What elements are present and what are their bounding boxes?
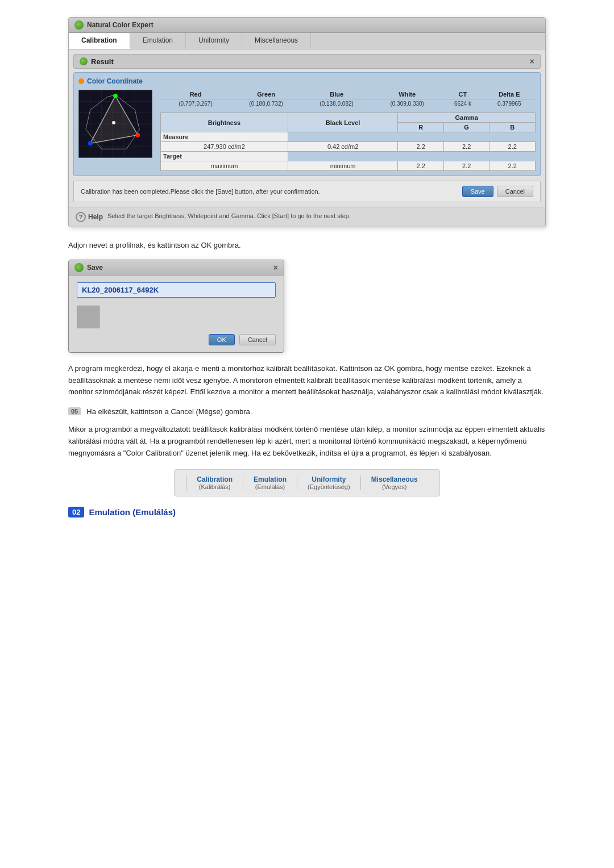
app-title: Natural Color Expert: [87, 21, 154, 29]
cie-diagram: [78, 90, 152, 158]
color-coord-label: Color Coordinate: [87, 77, 143, 85]
tab-emulation[interactable]: Emulation: [130, 33, 186, 49]
step-05-row: 05 Ha elkészült, kattintson a Cancel (Mé…: [68, 406, 546, 418]
coord-content: Red Green Blue White CT Delta E (0.707,0…: [78, 90, 536, 171]
target-gamma-r: 2.2: [398, 161, 444, 171]
col-header-deltae: Delta E: [483, 90, 536, 99]
val-blue: (0.138,0.082): [301, 99, 372, 108]
result-bar: Result ×: [73, 54, 541, 69]
tab-legend: Calibration (Kalibrálás) Emulation (Emul…: [174, 469, 439, 496]
app-window: Natural Color Expert Calibration Emulati…: [68, 17, 546, 227]
target-brightness: maximum: [161, 161, 288, 171]
tab-leg-calibration: Calibration (Kalibrálás): [186, 475, 243, 490]
calibration-message: Calibration has been completed.Please cl…: [73, 181, 541, 202]
help-label: Help: [88, 213, 103, 221]
body-text-1: A program megkérdezi, hogy el akarja-e m…: [68, 363, 546, 398]
calib-message-text: Calibration has been completed.Please cl…: [81, 188, 320, 195]
val-red: (0.707,0.267): [160, 99, 231, 108]
measure-brightness: 247.930 cd/m2: [161, 142, 288, 152]
val-green: (0.180,0.732): [231, 99, 301, 108]
tab-leg-miscellaneous: Miscellaneous (Vegyes): [361, 475, 428, 490]
tab-uniformity[interactable]: Uniformity: [186, 33, 242, 49]
tab-leg-cal-name: Calibration: [197, 475, 233, 483]
save-dialog-title: Save: [87, 264, 103, 272]
body-text-2: Mikor a programból a megváltoztatott beá…: [68, 424, 546, 459]
save-thumbnail: [77, 306, 99, 328]
result-label: Result: [91, 57, 114, 66]
measure-gamma-r: 2.2: [398, 142, 444, 152]
tab-calibration[interactable]: Calibration: [69, 33, 130, 49]
col-header-ct: CT: [442, 90, 483, 99]
section-02-title: Emulation (Emulálás): [89, 507, 176, 517]
save-dialog: Save × OK Cancel: [68, 260, 284, 353]
save-input-row: [77, 282, 276, 298]
target-label: Target: [161, 152, 288, 161]
save-name-input[interactable]: [77, 282, 276, 298]
measure-gamma-b: 2.2: [489, 142, 536, 152]
target-black: minimum: [288, 161, 397, 171]
tabs-row: Calibration Emulation Uniformity Miscell…: [69, 33, 545, 49]
save-dialog-icon: [74, 263, 84, 272]
brightness-header: Brightness: [161, 113, 288, 132]
tab-leg-cal-sub: (Kalibrálás): [197, 483, 233, 490]
panel-inner: Result × Color Coordinate: [69, 49, 545, 207]
tab-leg-misc-name: Miscellaneous: [371, 475, 418, 483]
tab-leg-emu-name: Emulation: [254, 475, 287, 483]
gamma-b-header: B: [489, 123, 536, 132]
val-deltae: 0.379965: [483, 99, 536, 108]
col-header-red: Red: [160, 90, 231, 99]
tab-leg-misc-sub: (Vegyes): [371, 483, 418, 490]
section-02-heading: 02 Emulation (Emulálás): [68, 507, 546, 518]
gamma-header: Gamma: [398, 113, 536, 123]
val-white: (0.309,0.330): [372, 99, 442, 108]
help-text-content: Select the target Brightness, Whitepoint…: [107, 212, 351, 219]
help-bar: ? Help Select the target Brightness, Whi…: [69, 207, 545, 227]
col-header-white: White: [372, 90, 442, 99]
col-header-blue: Blue: [301, 90, 372, 99]
tab-leg-emulation: Emulation (Emulálás): [243, 475, 297, 490]
result-icon: [80, 57, 88, 65]
result-close-button[interactable]: ×: [530, 57, 534, 66]
measure-gamma-g: 2.2: [443, 142, 489, 152]
save-icon-row: [77, 306, 276, 328]
col-header-green: Green: [231, 90, 301, 99]
tab-leg-uniformity: Uniformity (Egyöntetüség): [297, 475, 361, 490]
target-gamma-g: 2.2: [443, 161, 489, 171]
target-gamma-b: 2.2: [489, 161, 536, 171]
color-coordinate-section: Color Coordinate: [73, 72, 541, 176]
instruction-text-1: Adjon nevet a profilnak, és kattintson a…: [68, 240, 546, 252]
save-cancel-button[interactable]: Cancel: [239, 334, 276, 345]
step-05-number: 05: [68, 407, 81, 415]
gamma-r-header: R: [398, 123, 444, 132]
help-text: Select the target Brightness, Whitepoint…: [107, 212, 351, 220]
save-dialog-inner: OK Cancel: [69, 276, 284, 352]
app-icon: [74, 20, 84, 30]
color-coord-title: Color Coordinate: [78, 77, 536, 85]
save-titlebar-left: Save: [74, 263, 103, 272]
cancel-button[interactable]: Cancel: [497, 186, 533, 197]
blacklevel-header: Black Level: [288, 113, 397, 132]
color-data-table: Red Green Blue White CT Delta E (0.707,0…: [160, 90, 536, 171]
val-ct: 6624 k: [442, 99, 483, 108]
calibration-buttons: Save Cancel: [462, 186, 533, 197]
gamma-g-header: G: [443, 123, 489, 132]
save-ok-button[interactable]: OK: [209, 334, 235, 345]
coord-dot-icon: [78, 78, 84, 84]
tab-leg-uni-sub: (Egyöntetüség): [308, 483, 350, 490]
save-dialog-buttons: OK Cancel: [77, 334, 276, 345]
tab-leg-emu-sub: (Emulálás): [254, 483, 287, 490]
tab-leg-uni-name: Uniformity: [308, 475, 350, 483]
save-dialog-close-button[interactable]: ×: [273, 263, 278, 272]
titlebar: Natural Color Expert: [69, 18, 545, 33]
result-title: Result: [80, 57, 114, 66]
measure-black: 0.42 cd/m2: [288, 142, 397, 152]
section-02-number: 02: [68, 507, 84, 518]
save-titlebar: Save ×: [69, 260, 284, 276]
measure-label: Measure: [161, 132, 288, 142]
step-05-text: Ha elkészült, kattintson a Cancel (Mégse…: [86, 406, 252, 418]
tab-miscellaneous[interactable]: Miscellaneous: [242, 33, 311, 49]
help-circle-icon: ?: [76, 212, 86, 222]
save-button[interactable]: Save: [462, 186, 493, 197]
help-icon-wrap: ? Help: [76, 212, 103, 222]
